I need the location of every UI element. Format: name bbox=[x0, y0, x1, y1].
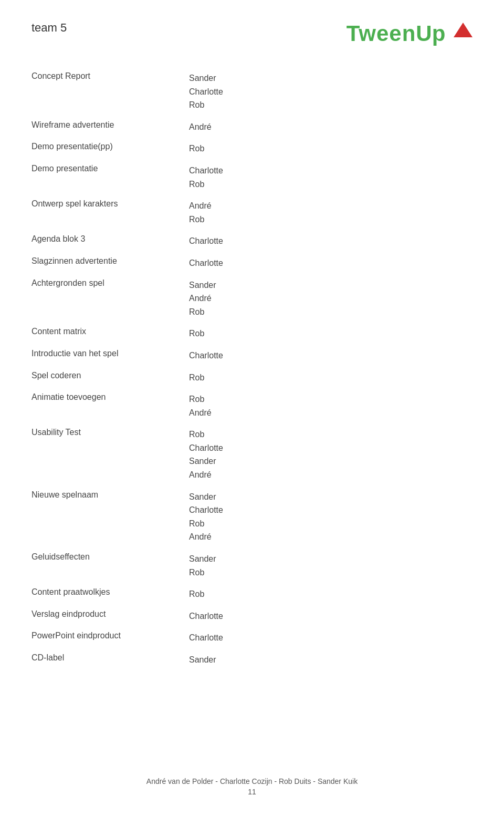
assignees-cell: Rob bbox=[178, 583, 472, 605]
table-row: Wireframe advertentieAndré bbox=[32, 116, 472, 138]
tasks-table: Concept ReportSanderCharlotteRobWirefram… bbox=[32, 67, 472, 671]
assignees-cell: SanderCharlotteRobAndré bbox=[178, 486, 472, 548]
task-label: PowerPoint eindproduct bbox=[32, 627, 178, 649]
task-label: Verslag eindproduct bbox=[32, 605, 178, 627]
task-label: Demo presentatie bbox=[32, 160, 178, 195]
assignee-name: Rob bbox=[189, 568, 204, 577]
assignee-name: Rob bbox=[189, 430, 204, 439]
table-row: CD-labelSander bbox=[32, 649, 472, 671]
assignees-cell: Charlotte bbox=[178, 345, 472, 367]
table-row: Achtergronden spelSanderAndréRob bbox=[32, 274, 472, 323]
task-label: Usability Test bbox=[32, 423, 178, 485]
assignee-name: Charlotte bbox=[189, 236, 223, 245]
assignee-name: Charlotte bbox=[189, 633, 223, 642]
assignee-name: Charlotte bbox=[189, 612, 223, 620]
assignee-name: André bbox=[189, 408, 212, 417]
assignee-name: Charlotte bbox=[189, 505, 223, 514]
task-label: Concept Report bbox=[32, 67, 178, 116]
table-row: Verslag eindproductCharlotte bbox=[32, 605, 472, 627]
task-label: CD-label bbox=[32, 649, 178, 671]
assignee-name: Rob bbox=[189, 373, 204, 382]
assignee-name: André bbox=[189, 470, 212, 479]
table-row: Slagzinnen advertentieCharlotte bbox=[32, 252, 472, 274]
assignee-name: Charlotte bbox=[189, 87, 223, 96]
assignee-name: Sander bbox=[189, 492, 216, 501]
logo-container: Tween Up bbox=[346, 21, 472, 46]
assignee-name: André bbox=[189, 532, 212, 541]
task-label: Slagzinnen advertentie bbox=[32, 252, 178, 274]
page-header: team 5 Tween Up bbox=[32, 21, 472, 46]
task-label: Achtergronden spel bbox=[32, 274, 178, 323]
task-label: Wireframe advertentie bbox=[32, 116, 178, 138]
table-row: PowerPoint eindproductCharlotte bbox=[32, 627, 472, 649]
assignee-name: Rob bbox=[189, 395, 204, 404]
assignees-cell: Charlotte bbox=[178, 627, 472, 649]
logo-up: Up bbox=[416, 21, 472, 46]
logo-arrow-icon bbox=[454, 23, 472, 37]
assignee-name: Rob bbox=[189, 329, 204, 338]
table-row: Usability TestRobCharlotteSanderAndré bbox=[32, 423, 472, 485]
assignee-name: Rob bbox=[189, 307, 204, 316]
table-row: Ontwerp spel karaktersAndréRob bbox=[32, 195, 472, 230]
task-label: Content matrix bbox=[32, 323, 178, 345]
assignees-cell: André bbox=[178, 116, 472, 138]
table-row: Content matrixRob bbox=[32, 323, 472, 345]
footer-credits: André van de Polder - Charlotte Cozijn -… bbox=[146, 777, 358, 785]
assignee-name: André bbox=[189, 201, 212, 210]
task-label: Ontwerp spel karakters bbox=[32, 195, 178, 230]
assignees-cell: Charlotte bbox=[178, 605, 472, 627]
table-row: Concept ReportSanderCharlotteRob bbox=[32, 67, 472, 116]
assignee-name: Rob bbox=[189, 180, 204, 189]
table-row: Animatie toevoegenRobAndré bbox=[32, 388, 472, 423]
assignees-cell: Sander bbox=[178, 649, 472, 671]
assignee-name: Rob bbox=[189, 590, 204, 598]
assignees-cell: RobCharlotteSanderAndré bbox=[178, 423, 472, 485]
task-label: Spel coderen bbox=[32, 367, 178, 389]
assignee-name: Charlotte bbox=[189, 166, 223, 175]
assignee-name: Charlotte bbox=[189, 258, 223, 267]
table-row: Demo presentatie(pp)Rob bbox=[32, 138, 472, 160]
assignee-name: Rob bbox=[189, 215, 204, 224]
assignee-name: Sander bbox=[189, 74, 216, 82]
assignee-name: Rob bbox=[189, 100, 204, 109]
assignee-name: Sander bbox=[189, 457, 216, 466]
table-row: GeluidseffectenSanderRob bbox=[32, 548, 472, 583]
task-label: Nieuwe spelnaam bbox=[32, 486, 178, 548]
assignees-cell: SanderRob bbox=[178, 548, 472, 583]
assignees-cell: Charlotte bbox=[178, 252, 472, 274]
task-label: Content praatwolkjes bbox=[32, 583, 178, 605]
page-footer: André van de Polder - Charlotte Cozijn -… bbox=[0, 777, 504, 796]
task-label: Agenda blok 3 bbox=[32, 230, 178, 252]
assignee-name: Sander bbox=[189, 655, 216, 664]
table-row: Nieuwe spelnaamSanderCharlotteRobAndré bbox=[32, 486, 472, 548]
table-row: Content praatwolkjesRob bbox=[32, 583, 472, 605]
assignee-name: André bbox=[189, 122, 212, 131]
table-row: Spel coderenRob bbox=[32, 367, 472, 389]
assignee-name: André bbox=[189, 294, 212, 303]
assignees-cell: Rob bbox=[178, 323, 472, 345]
assignee-name: Sander bbox=[189, 281, 216, 289]
page-number: 11 bbox=[0, 788, 504, 796]
assignees-cell: CharlotteRob bbox=[178, 160, 472, 195]
assignee-name: Charlotte bbox=[189, 443, 223, 452]
table-row: Demo presentatieCharlotteRob bbox=[32, 160, 472, 195]
assignees-cell: RobAndré bbox=[178, 388, 472, 423]
assignee-name: Charlotte bbox=[189, 351, 223, 360]
assignees-cell: SanderCharlotteRob bbox=[178, 67, 472, 116]
assignee-name: Rob bbox=[189, 144, 204, 153]
team-title: team 5 bbox=[32, 21, 67, 35]
assignees-cell: AndréRob bbox=[178, 195, 472, 230]
logo-tween: Tween bbox=[346, 21, 416, 46]
assignees-cell: SanderAndréRob bbox=[178, 274, 472, 323]
assignees-cell: Rob bbox=[178, 138, 472, 160]
assignees-cell: Rob bbox=[178, 367, 472, 389]
task-label: Geluidseffecten bbox=[32, 548, 178, 583]
task-label: Animatie toevoegen bbox=[32, 388, 178, 423]
assignee-name: Sander bbox=[189, 554, 216, 563]
task-label: Introductie van het spel bbox=[32, 345, 178, 367]
assignee-name: Rob bbox=[189, 519, 204, 528]
table-row: Introductie van het spelCharlotte bbox=[32, 345, 472, 367]
assignees-cell: Charlotte bbox=[178, 230, 472, 252]
table-row: Agenda blok 3Charlotte bbox=[32, 230, 472, 252]
task-label: Demo presentatie(pp) bbox=[32, 138, 178, 160]
